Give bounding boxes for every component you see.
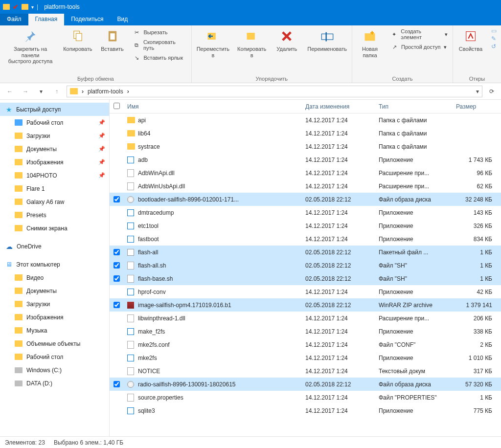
tab-share[interactable]: Поделиться bbox=[64, 14, 110, 25]
file-row[interactable]: make_f2fs14.12.2017 1:24Приложение338 КБ bbox=[110, 325, 501, 338]
chevron-right-icon[interactable]: › bbox=[82, 88, 84, 95]
sidebar-item-label: Музыка bbox=[26, 327, 47, 334]
open-group-label: Откры bbox=[469, 75, 485, 82]
column-type[interactable]: Тип bbox=[379, 103, 456, 110]
sidebar-item[interactable]: Документы📌 bbox=[0, 142, 109, 156]
delete-button[interactable]: Удалить bbox=[272, 27, 301, 53]
file-row[interactable]: flash-all02.05.2018 22:12Пакетный файл .… bbox=[110, 246, 501, 259]
easy-access-button[interactable]: ↗Простой доступ▾ bbox=[388, 42, 450, 52]
onedrive-header[interactable]: ☁ OneDrive bbox=[0, 240, 109, 253]
sidebar-item[interactable]: Рабочий стол bbox=[0, 350, 109, 363]
history-icon[interactable]: ↺ bbox=[491, 43, 496, 50]
sidebar-item[interactable]: 104PHOTO📌 bbox=[0, 169, 109, 182]
file-row[interactable]: lib6414.12.2017 1:24Папка с файлами bbox=[110, 127, 501, 140]
row-checkbox[interactable] bbox=[114, 196, 120, 202]
file-row[interactable]: etc1tool14.12.2017 1:24Приложение326 КБ bbox=[110, 219, 501, 232]
copy-to-button[interactable]: Копировать в bbox=[235, 27, 268, 59]
file-row[interactable]: mke2fs14.12.2017 1:24Приложение1 010 КБ bbox=[110, 351, 501, 364]
sidebar-item-label: Presets bbox=[26, 212, 46, 219]
sidebar-item[interactable]: Документы bbox=[0, 284, 109, 297]
sidebar-item[interactable]: Рабочий стол📌 bbox=[0, 116, 109, 129]
tab-home[interactable]: Главная bbox=[28, 14, 65, 25]
column-name[interactable]: Имя bbox=[127, 103, 305, 110]
file-row[interactable]: image-sailfish-opm4.171019.016.b102.05.2… bbox=[110, 298, 501, 312]
sidebar-item-label: Изображения bbox=[26, 159, 63, 166]
sidebar-item[interactable]: Снимки экрана bbox=[0, 222, 109, 235]
sidebar-item[interactable]: Видео bbox=[0, 271, 109, 284]
sidebar-item[interactable]: Объемные объекты bbox=[0, 337, 109, 350]
row-checkbox[interactable] bbox=[114, 302, 120, 308]
history-dropdown[interactable]: ▾ bbox=[35, 86, 47, 97]
sidebar-item[interactable]: Загрузки📌 bbox=[0, 129, 109, 142]
pin-icon: 📌 bbox=[98, 172, 105, 179]
column-date[interactable]: Дата изменения bbox=[305, 103, 379, 110]
paste-button[interactable]: Вставить bbox=[98, 27, 127, 53]
folder-icon[interactable] bbox=[22, 4, 28, 10]
sidebar-item[interactable]: Windows (C:) bbox=[0, 363, 109, 377]
file-row[interactable]: flash-all.sh02.05.2018 22:12Файл "SH"1 К… bbox=[110, 259, 501, 272]
new-folder-button[interactable]: Новая папка bbox=[355, 27, 385, 59]
move-to-button[interactable]: Переместить в bbox=[195, 27, 231, 59]
file-row[interactable]: sqlite314.12.2017 1:24Приложение775 КБ bbox=[110, 404, 501, 417]
file-row[interactable]: dmtracedump14.12.2017 1:24Приложение143 … bbox=[110, 206, 501, 219]
file-row[interactable]: fastboot14.12.2017 1:24Приложение834 КБ bbox=[110, 232, 501, 246]
tab-view[interactable]: Вид bbox=[110, 14, 135, 25]
sidebar-item[interactable]: Изображения📌 bbox=[0, 156, 109, 169]
file-row[interactable]: AdbWinApi.dll14.12.2017 1:24Расширение п… bbox=[110, 166, 501, 179]
copy-path-button[interactable]: ⧉Скопировать путь bbox=[131, 38, 188, 52]
edit-icon[interactable]: ✎ bbox=[491, 35, 496, 42]
sidebar-item[interactable]: Presets bbox=[0, 208, 109, 222]
address-input[interactable]: › platform-tools › ▾ bbox=[67, 86, 482, 97]
sidebar-item[interactable]: Музыка bbox=[0, 324, 109, 337]
file-row[interactable]: flash-base.sh02.05.2018 22:12Файл "SH"1 … bbox=[110, 272, 501, 285]
navigation-pane[interactable]: ★ Быстрый доступ Рабочий стол📌Загрузки📌Д… bbox=[0, 100, 110, 436]
row-checkbox[interactable] bbox=[114, 381, 120, 387]
copy-button[interactable]: Копировать bbox=[62, 27, 93, 53]
folder-icon bbox=[15, 367, 23, 373]
sidebar-item[interactable]: Загрузки bbox=[0, 297, 109, 311]
file-row[interactable]: api14.12.2017 1:24Папка с файлами bbox=[110, 113, 501, 127]
select-all-checkbox[interactable] bbox=[114, 103, 120, 109]
column-size[interactable]: Размер bbox=[456, 103, 501, 110]
cut-button[interactable]: ✂Вырезать bbox=[131, 27, 188, 37]
file-row[interactable]: NOTICE14.12.2017 1:24Текстовый докум317 … bbox=[110, 364, 501, 378]
paste-shortcut-button[interactable]: ↘Вставить ярлык bbox=[131, 53, 188, 63]
rename-button[interactable]: Переименовать bbox=[305, 27, 349, 53]
file-row[interactable]: AdbWinUsbApi.dll14.12.2017 1:24Расширени… bbox=[110, 179, 501, 193]
up-button[interactable]: ↑ bbox=[51, 86, 63, 97]
pin-icon bbox=[23, 28, 38, 44]
sidebar-item[interactable]: DATA (D:) bbox=[0, 377, 109, 390]
file-row[interactable]: libwinpthread-1.dll14.12.2017 1:24Расшир… bbox=[110, 312, 501, 325]
open-icon[interactable]: ▭ bbox=[491, 27, 497, 34]
folder-icon bbox=[15, 119, 23, 126]
properties-button[interactable]: Свойства bbox=[456, 27, 485, 53]
file-type: Расширение при... bbox=[379, 183, 456, 190]
sidebar-item[interactable]: Flare 1 bbox=[0, 182, 109, 195]
forward-button[interactable]: → bbox=[20, 86, 31, 97]
file-row[interactable]: adb14.12.2017 1:24Приложение1 743 КБ bbox=[110, 153, 501, 166]
file-row[interactable]: radio-sailfish-8996-130091-1802061502.05… bbox=[110, 378, 501, 391]
sidebar-item[interactable]: Изображения bbox=[0, 311, 109, 324]
quickaccess-check-icon[interactable]: ✔ bbox=[13, 3, 19, 11]
row-checkbox[interactable] bbox=[114, 249, 120, 255]
file-row[interactable]: source.properties14.12.2017 1:24Файл "PR… bbox=[110, 391, 501, 404]
file-row[interactable]: bootloader-sailfish-8996-012001-171...02… bbox=[110, 193, 501, 206]
new-item-button[interactable]: ✦Создать элемент▾ bbox=[388, 27, 450, 41]
qat-dropdown-icon[interactable]: ▾ bbox=[31, 4, 34, 10]
breadcrumb-item[interactable]: platform-tools bbox=[88, 88, 123, 95]
row-checkbox[interactable] bbox=[114, 275, 120, 282]
address-dropdown-icon[interactable]: ▾ bbox=[476, 88, 479, 95]
chevron-right-icon[interactable]: › bbox=[127, 88, 129, 95]
sidebar-item[interactable]: Galaxy A6 raw bbox=[0, 195, 109, 208]
row-checkbox[interactable] bbox=[114, 262, 120, 269]
quick-access-label: Быстрый доступ bbox=[16, 106, 61, 113]
file-row[interactable]: hprof-conv14.12.2017 1:24Приложение42 КБ bbox=[110, 285, 501, 298]
back-button[interactable]: ← bbox=[4, 86, 16, 97]
this-pc-header[interactable]: 🖥 Этот компьютер bbox=[0, 258, 109, 271]
refresh-button[interactable]: ⟳ bbox=[486, 86, 497, 97]
quick-access-header[interactable]: ★ Быстрый доступ bbox=[0, 103, 109, 116]
pin-to-quick-access-button[interactable]: Закрепить на панели быстрого доступа bbox=[3, 27, 58, 66]
tab-file[interactable]: Файл bbox=[0, 14, 28, 25]
file-row[interactable]: systrace14.12.2017 1:24Папка с файлами bbox=[110, 140, 501, 153]
file-row[interactable]: mke2fs.conf14.12.2017 1:24Файл "CONF"2 К… bbox=[110, 338, 501, 351]
